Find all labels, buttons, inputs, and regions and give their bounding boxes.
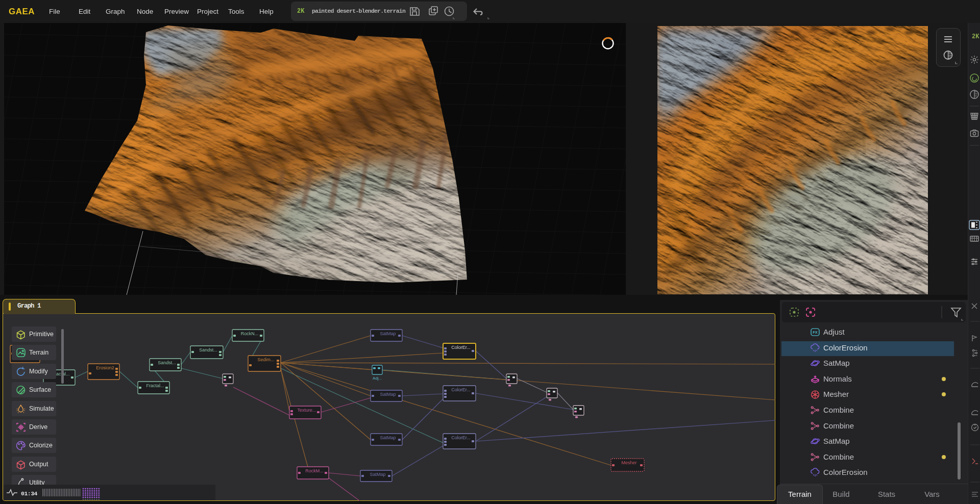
svg-text:Fractal...: Fractal... <box>146 383 164 388</box>
svg-text:SatMap: SatMap <box>380 435 396 440</box>
svg-text:Sedim...: Sedim... <box>257 357 274 362</box>
svg-text:SatMap: SatMap <box>380 331 396 336</box>
svg-text:SatMap: SatMap <box>370 472 385 477</box>
svg-text:Texture...: Texture... <box>297 408 316 413</box>
svg-text:Mesher: Mesher <box>621 460 636 465</box>
svg-text:Adj...: Adj... <box>373 376 382 381</box>
svg-text:RockN...: RockN... <box>241 331 259 336</box>
svg-text:2K: 2K <box>972 33 979 40</box>
svg-text:ColorEr...: ColorEr... <box>451 345 471 350</box>
svg-text:ColorEr...: ColorEr... <box>451 387 471 392</box>
svg-text:ColorEr...: ColorEr... <box>451 435 471 440</box>
svg-text:Erosion2: Erosion2 <box>96 365 114 370</box>
svg-text:SatMap: SatMap <box>380 392 396 397</box>
svg-text:Sandst...: Sandst... <box>199 347 217 352</box>
svg-text:Sandst...: Sandst... <box>158 360 176 365</box>
svg-text:RockM...: RockM... <box>305 468 324 473</box>
svg-text:01:34: 01:34 <box>21 490 38 497</box>
svg-text:FX: FX <box>813 330 818 335</box>
